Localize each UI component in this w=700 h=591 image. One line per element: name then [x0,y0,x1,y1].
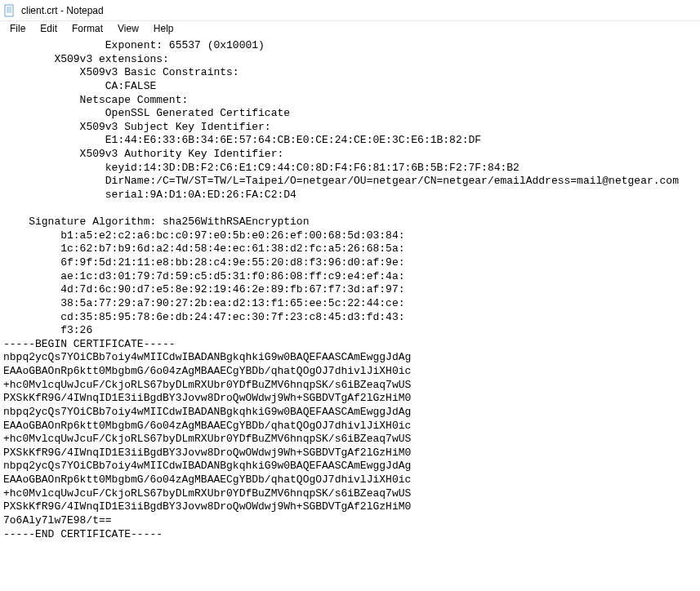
titlebar: client.crt - Notepad [0,0,700,21]
menu-edit[interactable]: Edit [33,21,64,36]
menubar: File Edit Format View Help [0,21,700,38]
notepad-icon [3,4,16,17]
menu-file[interactable]: File [3,21,32,36]
window-title: client.crt - Notepad [21,5,104,16]
text-area[interactable]: Exponent: 65537 (0x10001) X509v3 extensi… [0,38,700,543]
menu-help[interactable]: Help [147,21,181,36]
menu-view[interactable]: View [111,21,145,36]
menu-format[interactable]: Format [65,21,109,36]
